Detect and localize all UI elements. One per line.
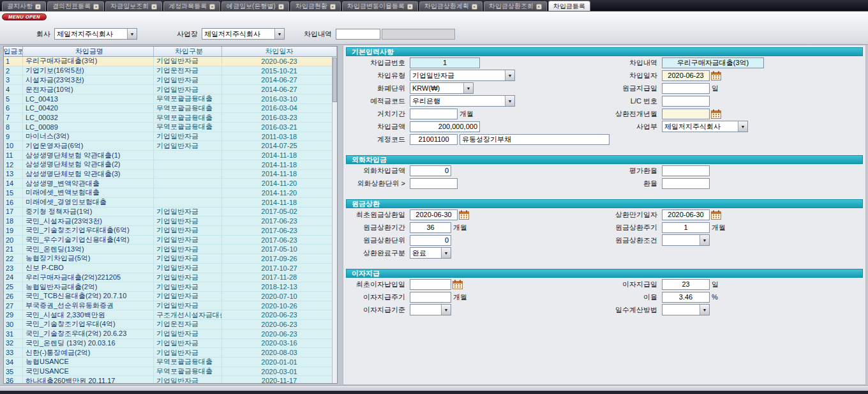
table-row[interactable]: 7LC_00032무역포괄금융대출2016-03-23 [4,113,337,123]
table-row[interactable]: 9마이너스(3억)기업일반자금2011-03-18 [4,132,337,142]
scrollbar-thumb[interactable] [333,57,337,102]
tab-close-icon[interactable]: × [472,4,477,10]
repay-complete-select[interactable]: 완료 ▼ [410,247,451,259]
table-row[interactable]: 16미래에셋_경영인보험대출2014-11-18 [4,198,337,208]
table-row[interactable]: 30국민_기술창조기업우대(4억)기업운전자금2020-06-23 [4,320,337,330]
interest-rate-input[interactable] [662,292,710,303]
table-row[interactable]: 15미래에셋_변액보험대출2014-11-20 [4,188,337,198]
tab-4[interactable]: 계정과목등록× [163,1,220,11]
table-row[interactable]: 31국민_기술창조우대(2억) 20.6.23기업일반자금2020-06-23 [4,330,337,339]
table-row[interactable]: 36하나대출260백만원 20.11.17기업일반자금2020-11-17 [4,376,337,383]
loan-desc-filter-input[interactable] [336,29,380,40]
repay-cycle-input[interactable] [662,222,710,233]
repay-unit-input[interactable] [410,235,451,246]
site-select[interactable]: 제일저지주식회사 ▼ [202,28,285,40]
repay-period-input[interactable] [410,222,451,233]
loan-no-input[interactable] [410,57,480,68]
tab-close-icon[interactable]: × [407,4,413,10]
table-row[interactable]: 3시설자금(23억3천)기업일반자금2014-06-27 [4,75,337,85]
table-row[interactable]: 25농협일반자금대출(2억)기업일반자금2018-12-13 [4,282,337,292]
table-row[interactable]: 32국민_온렌딩 (13억) 20.03.16기업일반자금2020-03-16 [4,339,337,349]
repay-condition-select[interactable]: ▼ [662,234,710,246]
table-row[interactable]: 1우리구매자금대출(3억)기업일반자금2020-06-23 [4,57,337,66]
table-row[interactable]: 33신한(-)통장예금(2억)기업일반자금2020-08-03 [4,348,337,358]
table-row[interactable]: 17중기청 정책자금(1억)기업일반자금2017-05-02 [4,208,337,217]
fx-amount-input[interactable] [410,165,451,176]
tab-close-icon[interactable]: × [209,4,215,10]
table-row[interactable]: 21국민_온렌딩(13억)기업일반자금2017-05-10 [4,245,337,254]
table-scrollbar[interactable] [332,57,337,383]
column-header-loan-type[interactable]: 차입구분 [154,47,222,56]
loan-desc-input[interactable] [662,57,764,68]
column-header-loan-code[interactable]: 차입금코드 [4,47,23,56]
table-row[interactable]: 23신보 P-CBO기업일반자금2017-10-27 [4,264,337,273]
calendar-icon[interactable] [459,210,469,220]
first-principal-date-input[interactable] [410,209,458,220]
calendar-icon[interactable] [711,210,721,220]
table-row[interactable]: 14삼성생명_변액약관대출2014-11-20 [4,179,337,188]
loan-amount-input[interactable] [410,121,480,132]
tab-7[interactable]: 차입금변동이율등록× [342,1,418,11]
account-name-input[interactable] [460,134,610,145]
table-row[interactable]: 8LC_00089무역포괄금융대출2016-03-21 [4,123,337,132]
table-row[interactable]: 35국민USANCE무역포괄금융대출2020-03-01 [4,367,337,377]
table-row[interactable]: 26국민_TCB신용대출(2억) 20.7.10기업일반자금2020-07-10 [4,292,337,301]
table-row[interactable]: 12삼성생명단체보험 약관대출(2)2014-11-18 [4,160,337,170]
exchange-rate-input[interactable] [662,178,710,189]
tab-close-icon[interactable]: × [330,4,336,10]
table-row[interactable]: 22농협장기차입금(5억)기업일반자금2017-09-26 [4,254,337,264]
calendar-icon[interactable] [711,71,721,80]
fx-unit-input[interactable] [410,178,458,189]
tab-close-icon[interactable]: × [35,4,41,10]
table-row[interactable]: 20국민_우수기술기업신용대출(4억)기업일반자금2017-06-23 [4,236,337,245]
tab-close-icon[interactable]: × [536,4,542,10]
grace-period-input[interactable] [410,109,458,119]
division-select[interactable]: 제일저지주식회사 ▼ [662,121,748,132]
table-row[interactable]: 5LC_00413무역포괄금융대출2016-03-10 [4,95,337,104]
table-row[interactable]: 11삼성생명단체보험 약관대출(1)2014-11-18 [4,151,337,160]
tab-10[interactable]: 차입금등록 [548,1,590,11]
column-header-loan-date[interactable]: 차입일자 [222,47,337,56]
tab-8[interactable]: 차입금상환계획× [419,1,483,11]
tab-3[interactable]: 자금일보조회× [105,1,162,11]
interest-pay-day-input[interactable] [662,279,710,290]
tab-close-icon[interactable]: × [93,4,99,10]
table-row[interactable]: 6LC_00420무역포괄금융대출2016-03-04 [4,104,337,114]
table-row[interactable]: 19국민_기술창조기업우대대출(6억)기업일반자금2017-06-23 [4,226,337,236]
currency-select[interactable]: KRW(₩) ▼ [410,82,474,94]
table-row[interactable]: 2기업기보(16억5천)기업운전자금2015-10-21 [4,66,337,76]
calendar-icon[interactable] [453,280,463,289]
account-code-input[interactable] [410,134,458,145]
interest-basis-select[interactable]: ▼ [410,304,451,315]
company-select[interactable]: 제일저지주식회사 ▼ [54,28,137,40]
tab-2[interactable]: 결의전표등록× [47,1,104,11]
rollover-month-input[interactable] [662,109,710,119]
tab-close-icon[interactable]: × [278,4,284,10]
loan-date-input[interactable] [662,70,710,81]
table-row[interactable]: 27부국증권_선순위유동화증권기업일반자금2020-10-26 [4,301,337,311]
tab-9[interactable]: 차입금상환조회× [484,1,547,11]
menu-open-button[interactable]: MENU OPEN [2,13,47,20]
loan-type-select[interactable]: 기업일반자금 ▼ [410,70,515,81]
table-row[interactable]: 24우리구매자금대출(2억)221205기업일반자금2017-11-28 [4,273,337,283]
table-row[interactable]: 13삼성생명단체보험 약관대출(3)2014-11-18 [4,170,337,179]
maturity-date-input[interactable] [662,209,710,220]
principal-pay-day-input[interactable] [662,83,710,94]
first-interest-date-input[interactable] [410,279,451,290]
day-count-select[interactable]: ▼ [662,304,710,315]
tab-6[interactable]: 차입금현황× [290,1,341,11]
table-row[interactable]: 18국민_시설자금(23억3천)기업일반자금2017-06-23 [4,216,337,226]
column-header-loan-name[interactable]: 차입금명 [23,47,154,56]
deposit-code-select[interactable]: 우리은행 ▼ [410,95,515,107]
table-row[interactable]: 29국민_시설대 2,330백만원구조개선시설자금대출2020-06-23 [4,310,337,320]
tab-1[interactable]: 공지사항× [2,1,46,11]
table-row[interactable]: 4운전자금(10억)기업일반자금2014-06-27 [4,85,337,95]
lc-number-input[interactable] [662,96,710,107]
calendar-icon[interactable] [711,109,721,119]
tab-close-icon[interactable]: × [151,4,157,10]
tab-5[interactable]: 예금일보(은행별)× [221,1,289,11]
interest-cycle-input[interactable] [410,292,451,303]
eval-rate-input[interactable] [662,165,710,176]
table-row[interactable]: 34농협USANCE무역포괄금융대출2020-01-01 [4,358,337,367]
table-row[interactable]: 10기업운영자금(6억)기업일반자금2014-07-25 [4,141,337,151]
